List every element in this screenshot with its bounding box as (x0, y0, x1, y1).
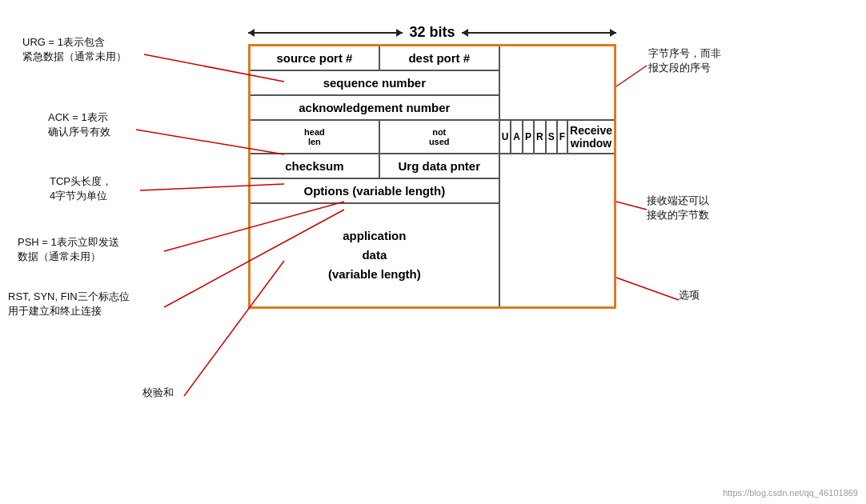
source-port-cell: source port # (250, 46, 379, 71)
annotation-urg: URG = 1表示包含紧急数据（通常未用） (22, 35, 126, 63)
svg-line-8 (616, 278, 679, 300)
annotation-psh: PSH = 1表示立即发送数据（通常未用） (18, 235, 119, 263)
flag-u-cell: U (499, 120, 511, 154)
flag-a-cell: A (511, 120, 523, 154)
main-canvas: 32 bits source port # dest port # sequen… (0, 0, 866, 504)
svg-line-7 (616, 202, 647, 210)
diagram-area: 32 bits source port # dest port # sequen… (248, 24, 616, 309)
receive-window-cell: Receive window (567, 120, 615, 154)
annotation-recv-bytes: 接收端还可以接收的字节数 (647, 194, 709, 222)
table-row-options: Options (variable length) (250, 178, 615, 203)
flag-p-cell: P (523, 120, 534, 154)
flag-f-cell: F (557, 120, 567, 154)
ack-number-cell: acknowledgement number (250, 95, 499, 120)
tcp-header-table: source port # dest port # sequence numbe… (248, 44, 616, 309)
table-row-ack: acknowledgement number (250, 95, 615, 120)
table-row-ports: source port # dest port # (250, 46, 615, 71)
table-row-flags: headlen notused U A P R S F Receive wind… (250, 120, 615, 154)
app-data-cell: applicationdata(variable length) (250, 203, 499, 307)
annotation-tcp-head: TCP头长度，4字节为单位 (50, 174, 112, 202)
annotation-options: 选项 (679, 288, 700, 302)
annotation-rst: RST, SYN, FIN三个标志位用于建立和终止连接 (8, 290, 130, 318)
not-used-cell: notused (379, 120, 499, 154)
bits-arrow-left (248, 32, 403, 34)
dest-port-cell: dest port # (379, 46, 499, 71)
watermark: https://blog.csdn.net/qq_46101869 (723, 488, 858, 498)
annotation-checksum: 校验和 (142, 386, 174, 400)
options-cell: Options (variable length) (250, 178, 499, 203)
seq-number-cell: sequence number (250, 70, 499, 95)
checksum-cell: checksum (250, 154, 379, 178)
flag-r-cell: R (534, 120, 546, 154)
table-row-appdata: applicationdata(variable length) (250, 203, 615, 307)
bits-label: 32 bits (248, 24, 616, 41)
flag-s-cell: S (546, 120, 557, 154)
head-len-cell: headlen (250, 120, 379, 154)
annotation-ack: ACK = 1表示确认序号有效 (48, 110, 110, 138)
urg-data-cell: Urg data pnter (379, 154, 499, 178)
table-row-seq: sequence number (250, 70, 615, 95)
svg-line-6 (616, 66, 647, 86)
annotation-byte-seq: 字节序号，而非报文段的序号 (648, 46, 721, 74)
bits-arrow-right (462, 32, 616, 34)
table-row-checksum: checksum Urg data pnter (250, 154, 615, 178)
bits-text: 32 bits (409, 24, 455, 41)
